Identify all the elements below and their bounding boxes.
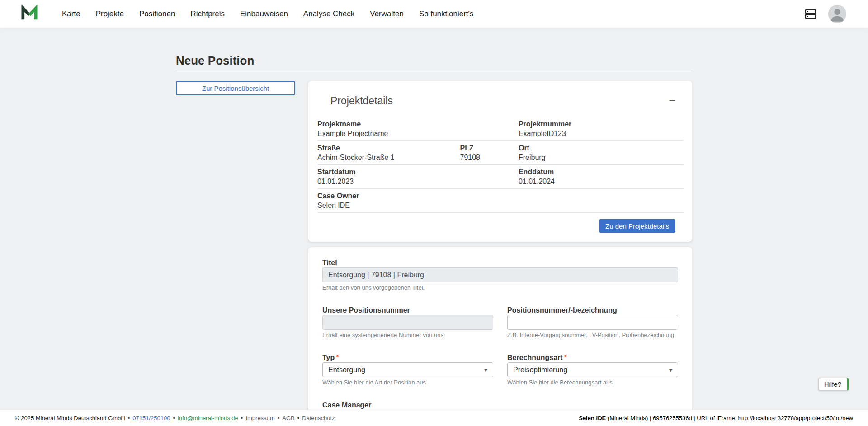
projektnummer-label: Projektnummer — [519, 120, 683, 128]
table-row: Straße Achim-Stocker-Straße 1 PLZ 79108 … — [317, 141, 683, 165]
berechnungsart-field: Berechnungsart* Preisoptimierung ▾ Wähle… — [507, 354, 678, 386]
unsere-positionsnummer-input — [322, 315, 493, 330]
top-nav-bar: Karte Projekte Positionen Richtpreis Ein… — [0, 0, 868, 28]
collapse-button[interactable]: – — [667, 94, 678, 105]
nav-item-richtpreis[interactable]: Richtpreis — [190, 9, 225, 19]
required-asterisk: * — [564, 354, 567, 361]
nav-item-analyse-check[interactable]: Analyse Check — [303, 9, 354, 19]
ort-label: Ort — [519, 144, 683, 152]
nav-item-einbauweisen[interactable]: Einbauweisen — [240, 9, 288, 19]
projektname-value: Example Projectname — [317, 129, 460, 138]
footer-separator: • — [173, 415, 175, 421]
titel-input — [322, 267, 678, 282]
project-details-button[interactable]: Zu den Projektdetails — [599, 219, 675, 233]
footer-user: Selen IDE — [579, 415, 606, 421]
positionsnummer-helper: Z.B. Interne-Vorgangsnummer, LV-Position… — [507, 332, 678, 339]
user-avatar[interactable] — [828, 5, 846, 23]
positionsnummer-label: Positionsnummer/-bezeichnung — [507, 306, 678, 314]
plz-label: PLZ — [460, 144, 519, 152]
impressum-link[interactable]: Impressum — [245, 415, 274, 421]
title-divider — [176, 70, 692, 70]
titel-field: Titel Erhält den von uns vorgegebenen Ti… — [322, 259, 678, 291]
footer-separator: • — [128, 415, 130, 421]
nav-item-so-funktionierts[interactable]: So funktioniert's — [419, 9, 473, 19]
enddatum-label: Enddatum — [519, 168, 683, 176]
strasse-value: Achim-Stocker-Straße 1 — [317, 153, 460, 162]
header-right — [804, 5, 846, 23]
server-icon[interactable] — [804, 7, 817, 21]
nav-item-karte[interactable]: Karte — [62, 9, 80, 19]
footer-separator: • — [278, 415, 280, 421]
email-link[interactable]: info@mineral-minds.de — [178, 415, 238, 421]
footer: © 2025 Mineral Minds Deutschland GmbH • … — [0, 410, 868, 426]
enddatum-value: 01.01.2024 — [519, 177, 683, 186]
main-nav: Karte Projekte Positionen Richtpreis Ein… — [62, 9, 473, 19]
position-form-card: Titel Erhält den von uns vorgegebenen Ti… — [308, 247, 692, 426]
datenschutz-link[interactable]: Datenschutz — [302, 415, 335, 421]
chevron-down-icon: ▾ — [669, 366, 672, 373]
nav-item-verwalten[interactable]: Verwalten — [370, 9, 404, 19]
footer-session-info: Selen IDE (Mineral Minds) | 69576255536d… — [579, 415, 853, 421]
help-button-label: Hilfe? — [824, 380, 841, 388]
positionsnummer-input[interactable] — [507, 315, 678, 330]
right-column: Projektdetails – Projektname Example Pro… — [308, 81, 692, 426]
nav-item-projekte[interactable]: Projekte — [96, 9, 124, 19]
typ-helper: Wählen Sie hier die Art der Position aus… — [322, 379, 493, 386]
footer-separator: • — [297, 415, 300, 421]
titel-helper: Erhält den von uns vorgegebenen Titel. — [322, 284, 678, 291]
typ-label: Typ* — [322, 354, 493, 361]
berechnungsart-select-value: Preisoptimierung — [513, 366, 567, 374]
app-logo[interactable] — [20, 4, 38, 24]
project-card-title: Projektdetails — [330, 94, 393, 107]
project-details-table: Projektname Example Projectname Projektn… — [317, 117, 683, 213]
left-column: Zur Positionsübersicht — [176, 81, 295, 95]
footer-separator: • — [241, 415, 243, 421]
unsere-positionsnummer-label: Unsere Positionsnummer — [322, 306, 493, 314]
copyright-text: © 2025 Mineral Minds Deutschland GmbH — [15, 415, 125, 421]
positionsnummer-field: Positionsnummer/-bezeichnung Z.B. Intern… — [507, 306, 678, 339]
case-owner-value: Selen IDE — [317, 201, 460, 210]
nav-item-positionen[interactable]: Positionen — [139, 9, 175, 19]
required-asterisk: * — [336, 354, 339, 361]
case-manager-label: Case Manager — [322, 401, 493, 409]
agb-link[interactable]: AGB — [282, 415, 294, 421]
table-row: Projektname Example Projectname Projektn… — [317, 117, 683, 141]
chevron-down-icon: ▾ — [484, 366, 487, 373]
typ-field: Typ* Entsorgung ▾ Wählen Sie hier die Ar… — [322, 354, 493, 386]
titel-label: Titel — [322, 259, 678, 267]
projektnummer-value: ExampleID123 — [519, 129, 683, 138]
phone-link[interactable]: 07151/250100 — [132, 415, 170, 421]
berechnungsart-label: Berechnungsart* — [507, 354, 678, 361]
unsere-positionsnummer-field: Unsere Positionsnummer Erhält eine syste… — [322, 306, 493, 339]
table-row: Case Owner Selen IDE — [317, 189, 683, 213]
typ-select-value: Entsorgung — [328, 366, 365, 374]
help-button[interactable]: Hilfe? — [818, 378, 849, 391]
ort-value: Freiburg — [519, 153, 683, 162]
strasse-label: Straße — [317, 144, 460, 152]
case-owner-label: Case Owner — [317, 192, 460, 200]
person-icon — [828, 5, 846, 23]
main-content: Neue Position Zur Positionsübersicht Pro… — [176, 28, 692, 426]
startdatum-value: 01.01.2023 — [317, 177, 460, 186]
typ-select[interactable]: Entsorgung ▾ — [322, 362, 493, 377]
berechnungsart-select[interactable]: Preisoptimierung ▾ — [507, 362, 678, 377]
minus-icon: – — [670, 94, 675, 105]
projektname-label: Projektname — [317, 120, 460, 128]
page-title: Neue Position — [176, 55, 692, 66]
footer-left: © 2025 Mineral Minds Deutschland GmbH • … — [15, 415, 335, 421]
table-row: Startdatum 01.01.2023 Enddatum 01.01.202… — [317, 165, 683, 189]
logo-icon — [20, 4, 38, 24]
berechnungsart-helper: Wählen Sie hier die Berechnungsart aus. — [507, 379, 678, 386]
plz-value: 79108 — [460, 153, 519, 162]
back-to-positions-button[interactable]: Zur Positionsübersicht — [176, 81, 295, 95]
startdatum-label: Startdatum — [317, 168, 460, 176]
unsere-positionsnummer-helper: Erhält eine systemgenerierte Nummer von … — [322, 332, 493, 339]
project-details-card: Projektdetails – Projektname Example Pro… — [308, 81, 692, 242]
footer-session-text: (Mineral Minds) | 69576255536d | URL of … — [606, 415, 853, 421]
